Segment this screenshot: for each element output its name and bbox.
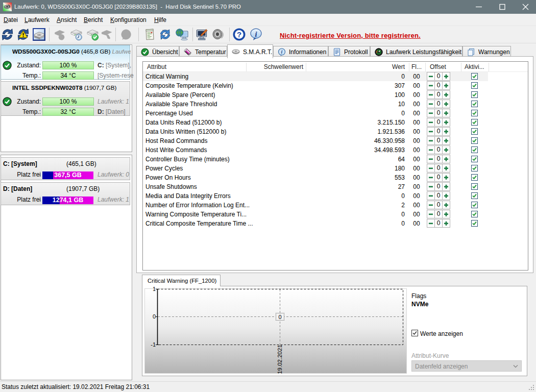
svg-text:?: ? [237,30,241,39]
svg-text:i: i [255,30,257,38]
svg-text:i: i [281,49,283,55]
